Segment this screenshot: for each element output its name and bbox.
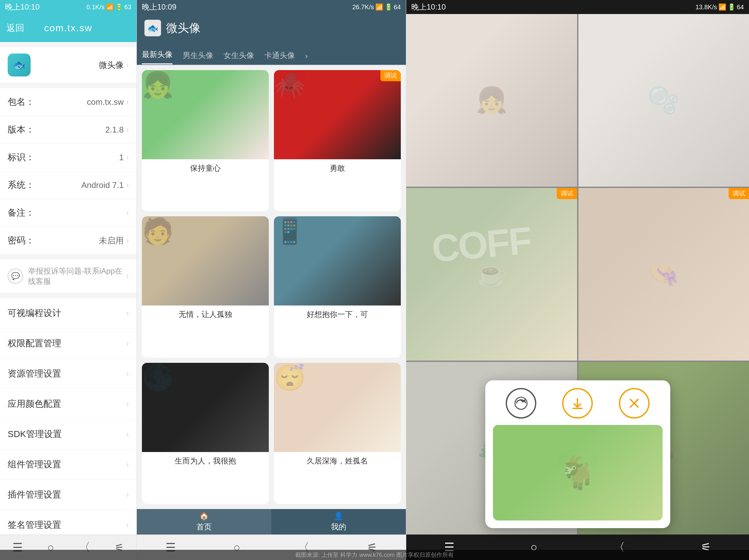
menu-plugin-settings[interactable]: 插件管理设置 › [0, 480, 136, 510]
system-arrow: › [126, 181, 129, 189]
avatar-img-4: 🌑 [142, 363, 269, 452]
system-label: 系统： [8, 179, 36, 191]
popup-download-button[interactable] [562, 388, 593, 419]
popup-close-button[interactable] [619, 388, 649, 419]
panel2-header: 🐟 微头像 [137, 14, 406, 42]
tab-male[interactable]: 男生头像 [183, 50, 213, 64]
panel1-menu-list: 可视编程设计 › 权限配置管理 › 资源管理设置 › 应用颜色配置 › SDK管… [0, 298, 136, 540]
debug-badge-1: 调试 [380, 70, 401, 81]
version-arrow: › [126, 125, 129, 134]
popup-actions [493, 388, 663, 419]
gallery-img-1: 🫧 [578, 14, 749, 187]
report-icon: 💬 [8, 269, 23, 284]
panel1-app-icon: 🐟 [8, 53, 30, 76]
home-label: 首页 [196, 522, 212, 532]
panel1-header: 返回 com.tx.sw [0, 14, 136, 42]
avatar-label-5: 久居深海，姓孤名 [274, 452, 401, 470]
report-text: 举报投诉等问题-联系iApp在线客服 [28, 266, 126, 286]
mine-label: 我的 [331, 522, 346, 532]
panel2-avatar-grid: 👧 保持童心 🕷️ 调试 勇敢 🧑 无情，让人孤独 📱 好想抱你一下，可 [137, 65, 406, 509]
gallery-cell-0[interactable]: 👧 [406, 14, 577, 187]
gallery-popup: 🐐 [485, 380, 670, 528]
note-label: 备注： [8, 207, 36, 219]
menu-component-settings[interactable]: 组件管理设置 › [0, 449, 136, 480]
panel2-bottom-tabs: 🏠 首页 👤 我的 [137, 509, 406, 535]
panel3-time: 晚上10:10 [411, 2, 446, 12]
panel1-status-bar: 晚上10:10 0.1K/s 📶 🔋 63 [0, 0, 136, 14]
gallery-cell-2[interactable]: ☕ COFF 调试 [406, 188, 577, 361]
panel1-tag-row[interactable]: 标识： 1 › [0, 144, 136, 171]
panel2-avatar-list: 晚上10:09 26.7K/s 📶 🔋 64 🐟 微头像 最新头像 男生头像 女… [136, 0, 406, 560]
avatar-item-4[interactable]: 🌑 生而为人，我很抱 [142, 363, 269, 504]
avatar-item-1[interactable]: 🕷️ 调试 勇敢 [274, 70, 401, 211]
avatar-img-5: 😴 [274, 363, 401, 452]
package-arrow: › [126, 97, 129, 106]
panel1-report-row[interactable]: 💬 举报投诉等问题-联系iApp在线客服 › [0, 260, 136, 293]
system-value: Android 7.1 [36, 180, 124, 190]
avatar-label-2: 无情，让人孤独 [142, 306, 269, 323]
bottom-tab-home[interactable]: 🏠 首页 [137, 509, 271, 535]
tab-latest[interactable]: 最新头像 [142, 49, 172, 64]
tag-label: 标识： [8, 151, 36, 163]
debug-badge-cell2: 调试 [557, 188, 577, 199]
mine-icon: 👤 [334, 512, 343, 520]
panel1-app-detail: 晚上10:10 0.1K/s 📶 🔋 63 返回 com.tx.sw 🐟 微头像… [0, 0, 136, 560]
avatar-img-3: 📱 [274, 216, 401, 306]
password-value: 未启用 [36, 235, 124, 246]
report-arrow: › [126, 272, 129, 281]
menu-color-config[interactable]: 应用颜色配置 › [0, 389, 136, 419]
gallery-cell-1[interactable]: 🫧 [578, 14, 749, 187]
tab-cartoon[interactable]: 卡通头像 [264, 50, 295, 64]
panel2-signal: 26.7K/s 📶 🔋 64 [352, 3, 401, 11]
package-label: 包名： [8, 96, 36, 108]
avatar-item-0[interactable]: 👧 保持童心 [142, 70, 269, 211]
gallery-img-3: 👒 [578, 188, 749, 361]
avatar-img-0: 👧 [142, 70, 269, 159]
panel1-password-row[interactable]: 密码： 未启用 › [0, 227, 136, 254]
panel1-version-row[interactable]: 版本： 2.1.8 › [0, 116, 136, 144]
panel1-note-row[interactable]: 备注： › [0, 199, 136, 227]
panel1-system-row[interactable]: 系统： Android 7.1 › [0, 171, 136, 199]
panel3-gallery: 晚上10:10 13.8K/s 📶 🔋 64 👧 🫧 ☕ COFF 调 [406, 0, 749, 560]
tag-value: 1 [36, 153, 124, 162]
avatar-item-5[interactable]: 😴 久居深海，姓孤名 [274, 363, 401, 504]
menu-resource-management[interactable]: 资源管理设置 › [0, 359, 136, 389]
avatar-item-3[interactable]: 📱 好想抱你一下，可 [274, 216, 401, 357]
tab-female[interactable]: 女生头像 [223, 50, 254, 64]
menu-sdk-settings[interactable]: SDK管理设置 › [0, 419, 136, 449]
menu-permission-config[interactable]: 权限配置管理 › [0, 329, 136, 359]
back-button[interactable]: 返回 [6, 22, 24, 34]
panel1-signal: 0.1K/s 📶 🔋 63 [86, 3, 131, 11]
panel1-app-name: 微头像 [30, 60, 124, 71]
app-row-arrow: › [126, 61, 129, 69]
panel2-app-icon: 🐟 [145, 20, 161, 36]
tab-more[interactable]: › [305, 52, 308, 64]
panel1-title: com.tx.sw [44, 23, 92, 33]
avatar-label-1: 勇敢 [274, 159, 401, 177]
password-label: 密码： [8, 234, 36, 247]
menu-visual-programming[interactable]: 可视编程设计 › [0, 298, 136, 329]
bottom-tab-mine[interactable]: 👤 我的 [271, 509, 406, 535]
popup-preview-image: 🐐 [493, 425, 663, 520]
note-arrow: › [126, 208, 129, 217]
avatar-label-3: 好想抱你一下，可 [274, 306, 401, 323]
panel1-app-row[interactable]: 🐟 微头像 › [0, 47, 136, 83]
version-value: 2.1.8 [36, 125, 124, 135]
panel1-time: 晚上10:10 [5, 2, 40, 12]
panel3-signal: 13.8K/s 📶 🔋 64 [696, 3, 744, 11]
panel1-package-row[interactable]: 包名： com.tx.sw › [0, 88, 136, 116]
avatar-label-4: 生而为人，我很抱 [142, 452, 269, 470]
panel3-status-bar: 晚上10:10 13.8K/s 📶 🔋 64 [406, 0, 749, 14]
avatar-item-2[interactable]: 🧑 无情，让人孤独 [142, 216, 269, 357]
gallery-cell-3[interactable]: 👒 调试 [578, 188, 749, 361]
home-icon: 🏠 [199, 512, 209, 520]
panel2-tabs: 最新头像 男生头像 女生头像 卡通头像 › [137, 42, 406, 65]
panel1-info-list: 包名： com.tx.sw › 版本： 2.1.8 › 标识： 1 › 系统： … [0, 88, 136, 254]
popup-share-button[interactable] [506, 388, 536, 419]
panel3-image-grid: 👧 🫧 ☕ COFF 调试 👒 调试 🌲 [406, 14, 749, 535]
gallery-img-2: ☕ [406, 188, 577, 361]
avatar-img-2: 🧑 [142, 216, 269, 306]
avatar-img-1: 🕷️ 调试 [274, 70, 401, 159]
panel2-time: 晚上10:09 [142, 2, 176, 12]
password-arrow: › [126, 236, 129, 245]
